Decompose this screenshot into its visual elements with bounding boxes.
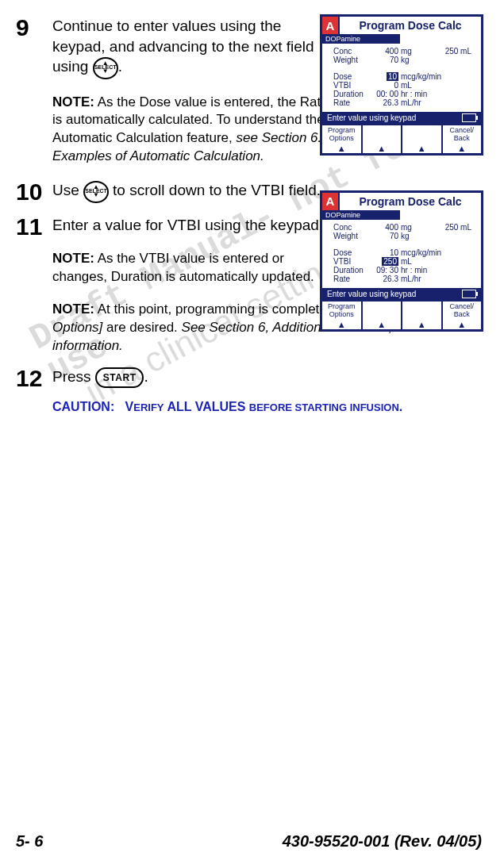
select-icon: ▲ SELECT ▼ bbox=[83, 181, 109, 203]
device-screen-2: A Program Dose Calc DOPamine Conc400mg25… bbox=[320, 190, 483, 332]
channel-letter: A bbox=[322, 17, 340, 34]
caution-line: CAUTION: VERIFY ALL VALUES BEFORE STARTI… bbox=[52, 400, 482, 414]
softkey-cancel-back[interactable]: Cancel/Back▲ bbox=[443, 301, 482, 329]
softkey-3[interactable]: ▲ bbox=[402, 301, 443, 329]
softkey-program-options[interactable]: ProgramOptions▲ bbox=[322, 301, 363, 329]
note-label: NOTE: bbox=[52, 94, 94, 109]
step-number: 10 bbox=[16, 180, 52, 204]
drug-name: DOPamine bbox=[322, 34, 400, 44]
device-screen-1: A Program Dose Calc DOPamine Conc400mg25… bbox=[320, 14, 483, 156]
step-10-text-a: Use bbox=[52, 182, 83, 198]
step-12: 12 Press START. bbox=[16, 367, 482, 390]
softkey-row: ProgramOptions▲ ▲ ▲ Cancel/Back▲ bbox=[322, 300, 481, 329]
step-9-text-a: Continue to enter values using the keypa… bbox=[52, 17, 314, 75]
step-10-text-b: to scroll down to the VTBI field. bbox=[113, 182, 321, 198]
step-9-text-b: . bbox=[118, 58, 122, 75]
step-number: 12 bbox=[16, 367, 52, 390]
softkey-program-options[interactable]: ProgramOptions▲ bbox=[322, 125, 363, 153]
doc-revision: 430-95520-001 (Rev. 04/05) bbox=[283, 832, 482, 851]
select-icon: ▲ SELECT ▼ bbox=[93, 57, 118, 79]
prompt-text: Enter value using keypad bbox=[327, 113, 416, 122]
battery-icon bbox=[462, 290, 476, 298]
prompt-text: Enter value using keypad bbox=[327, 290, 416, 298]
channel-letter: A bbox=[322, 193, 340, 210]
step-number: 9 bbox=[16, 16, 52, 40]
note-label: NOTE: bbox=[52, 301, 94, 317]
caution-label: CAUTION: bbox=[52, 400, 114, 413]
page-number: 5- 6 bbox=[16, 832, 43, 851]
screen-title: Program Dose Calc bbox=[340, 193, 481, 210]
softkey-2[interactable]: ▲ bbox=[363, 125, 403, 153]
battery-icon bbox=[462, 113, 476, 122]
softkey-row: ProgramOptions▲ ▲ ▲ Cancel/Back▲ bbox=[322, 124, 481, 153]
start-icon: START bbox=[95, 367, 144, 388]
step-number: 11 bbox=[16, 215, 52, 239]
step-11-note2c: are desired. bbox=[102, 320, 181, 335]
softkey-3[interactable]: ▲ bbox=[402, 125, 443, 153]
softkey-cancel-back[interactable]: Cancel/Back▲ bbox=[443, 125, 482, 153]
step-12-text-b: . bbox=[144, 368, 148, 385]
page-footer: 5- 6 430-95520-001 (Rev. 04/05) bbox=[16, 832, 482, 851]
step-12-text-a: Press bbox=[52, 368, 95, 385]
step-11-text: Enter a value for VTBI using the keypad. bbox=[52, 215, 338, 236]
softkey-2[interactable]: ▲ bbox=[363, 301, 403, 329]
drug-name: DOPamine bbox=[322, 210, 400, 220]
screen-title: Program Dose Calc bbox=[340, 17, 481, 34]
note-label: NOTE: bbox=[52, 251, 94, 266]
